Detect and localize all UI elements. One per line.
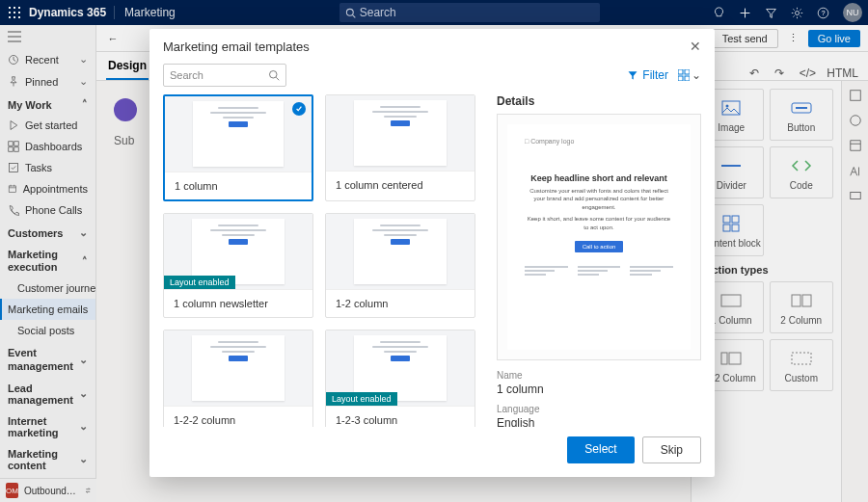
template-thumb: Layout enabled [326, 330, 475, 406]
meta-name: 1 column [497, 383, 701, 396]
preview-cta: Call to action [575, 241, 624, 252]
template-thumb: Layout enabled [164, 214, 312, 289]
modal-close-button[interactable]: ✕ [690, 39, 701, 54]
template-thumb [164, 330, 312, 406]
template-thumb [165, 96, 312, 172]
template-preview: □ Company logo Keep headline short and r… [497, 114, 701, 360]
template-search[interactable]: Search [163, 64, 286, 87]
modal-title: Marketing email templates [163, 40, 310, 54]
template-picker-modal: Marketing email templates ✕ Search Filte… [149, 29, 715, 477]
filter-button[interactable]: Filter [627, 68, 668, 82]
select-button[interactable]: Select [567, 436, 634, 463]
template-search-placeholder: Search [170, 69, 203, 81]
template-gallery: 1 column1 column centeredLayout enabled1… [163, 94, 485, 427]
meta-language: English [497, 416, 701, 427]
selected-check-icon [292, 102, 306, 116]
skip-button[interactable]: Skip [642, 436, 701, 463]
svg-rect-44 [678, 76, 683, 81]
grid-view-icon [678, 69, 690, 81]
svg-rect-43 [685, 69, 690, 74]
svg-point-40 [270, 71, 278, 79]
template-label: 1 column centered [326, 171, 475, 198]
template-label: 1-2 column [326, 289, 475, 317]
svg-rect-45 [685, 76, 690, 81]
details-heading: Details [497, 94, 701, 108]
template-card[interactable]: 1-2-2 column [163, 330, 313, 427]
template-card[interactable]: 1-2 column [325, 213, 475, 318]
template-thumb [326, 95, 475, 171]
svg-line-41 [276, 77, 279, 80]
template-details: Details □ Company logo Keep headline sho… [485, 94, 701, 427]
template-label: 1-2-2 column [164, 406, 312, 427]
view-toggle[interactable]: ⌄ [678, 68, 701, 82]
template-card[interactable]: 1 column centered [325, 94, 475, 201]
layout-enabled-badge: Layout enabled [326, 392, 397, 406]
template-label: 1 column [165, 172, 312, 199]
svg-rect-42 [678, 69, 683, 74]
template-thumb [326, 214, 475, 289]
funnel-icon [627, 69, 638, 81]
preview-headline: Keep headline short and relevant [530, 173, 667, 183]
template-card[interactable]: 1 column [163, 94, 313, 201]
search-icon [268, 69, 280, 81]
template-card[interactable]: Layout enabled1 column newsletter [163, 213, 313, 318]
template-label: 1-2-3 column [326, 406, 475, 427]
template-card[interactable]: Layout enabled1-2-3 column [325, 330, 475, 427]
layout-enabled-badge: Layout enabled [164, 276, 235, 289]
template-label: 1 column newsletter [164, 289, 312, 317]
